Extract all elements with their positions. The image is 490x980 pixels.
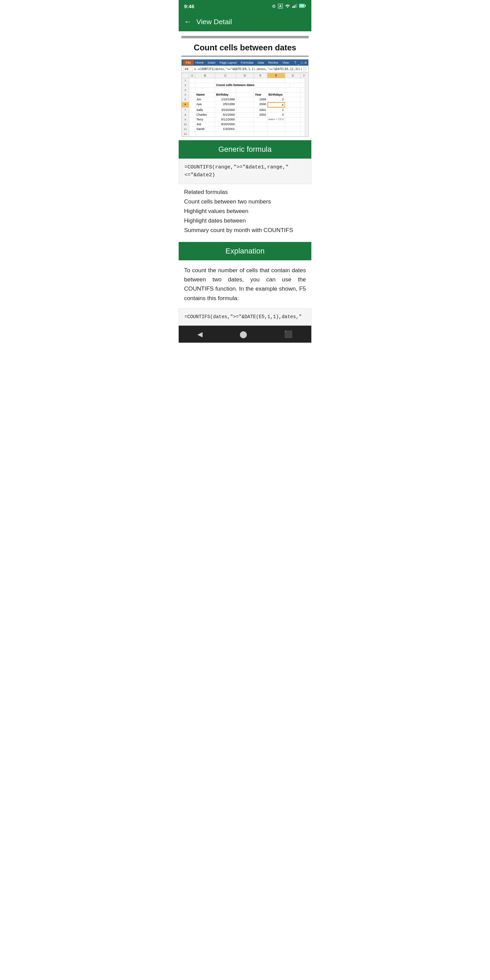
table-row: 4 Name Birthday Year Birthdays (182, 92, 305, 97)
cell-f9: dates = C5:C11 (267, 118, 285, 122)
table-row: 1 (182, 78, 305, 83)
table-row: 7 Sally 3/23/2000 2001 1 (182, 108, 305, 113)
cell-g5 (285, 97, 301, 102)
table-row: 2 Count cells between dates (182, 83, 305, 88)
home-button[interactable]: ⬤ (233, 329, 254, 340)
related-title: Related formulas (184, 189, 306, 196)
data-tab[interactable]: Data (256, 60, 266, 65)
cell-g8 (285, 113, 301, 117)
cell-a12 (189, 132, 195, 136)
row-num-5: 5 (182, 97, 189, 102)
page-title: Count cells between dates (179, 38, 311, 56)
list-item[interactable]: Count cells between two numbers (184, 197, 306, 207)
cell-e5: 1999 (254, 97, 267, 102)
cell-a9 (189, 118, 195, 122)
generic-formula-code: =COUNTIFS(range,">="&date1,range,"<="&da… (179, 159, 311, 184)
cell-c7: 3/23/2000 (215, 108, 236, 112)
cell-h4 (301, 92, 305, 97)
table-row: 3 (182, 88, 305, 92)
cell-a2 (189, 83, 195, 88)
cell-ref: F6 (183, 67, 192, 72)
cell-c8: 5/1/2000 (215, 113, 236, 117)
explanation-code: =COUNTIFS(dates,">="&DATE(E5,1,1),dates,… (179, 308, 311, 326)
cell-a3 (189, 88, 195, 92)
cell-g6 (285, 102, 301, 108)
cell-e7: 2001 (254, 108, 267, 112)
status-time: 9:46 (184, 3, 194, 9)
table-row: 12 (182, 132, 305, 137)
col-g: G (285, 73, 301, 78)
formulas-tab[interactable]: Formulas (239, 60, 256, 65)
cell-b12 (195, 132, 215, 136)
cell-e3 (254, 88, 267, 92)
row-num-6: 6 (182, 102, 189, 108)
cell-f4: Birthdays (267, 92, 285, 97)
scrollbar[interactable] (305, 73, 308, 137)
cell-a6 (189, 102, 195, 108)
cell-b7: Sally (195, 108, 215, 112)
row-num-4: 4 (182, 92, 189, 97)
recent-button[interactable]: ⬛ (277, 329, 299, 340)
row-num-10: 10 (182, 122, 189, 127)
cell-a4 (189, 92, 195, 97)
review-tab[interactable]: Review (266, 60, 280, 65)
formula-bar: F6 fx =COUNTIFS(dates,">="&DATE(E6,1,1),… (182, 66, 308, 73)
close-icon: ✕ (304, 61, 307, 65)
back-button[interactable]: ◀ (191, 329, 209, 340)
cell-e9 (254, 118, 267, 122)
pagelayout-tab[interactable]: Page Layout (218, 60, 239, 65)
explanation-text: To count the number of cells that contai… (179, 260, 311, 305)
cell-f10 (267, 122, 285, 127)
col-d: D (236, 73, 254, 78)
formula-code-text: =COUNTIFS(range,">="&date1,range,"<="&da… (185, 164, 288, 178)
list-item[interactable]: Summary count by month with COUNTIFS (184, 226, 306, 235)
row-num-11: 11 (182, 127, 189, 131)
cell-h9 (301, 118, 305, 122)
cell-d12 (236, 132, 254, 136)
corner-cell (182, 73, 189, 78)
spreadsheet-image: File Home Insert Page Layout Formulas Da… (181, 59, 309, 137)
cell-f3 (267, 88, 285, 92)
cell-h3 (301, 88, 305, 92)
row-num-12: 12 (182, 132, 189, 136)
status-bar: 9:46 ⚙ A (179, 0, 311, 12)
cell-d10 (236, 122, 254, 127)
cell-c1 (215, 78, 236, 83)
cell-a5 (189, 97, 195, 102)
gear-icon: ⚙ (272, 4, 276, 9)
cell-d8 (236, 113, 254, 117)
cell-d9 (236, 118, 254, 122)
cell-b1 (195, 78, 215, 83)
cell-a1 (189, 78, 195, 83)
cell-f6: 4 (267, 102, 285, 108)
view-tab[interactable]: View (280, 60, 291, 65)
cell-f1 (267, 78, 285, 83)
cell-g4 (285, 92, 301, 97)
cell-g10 (285, 122, 301, 127)
cell-g9 (285, 118, 301, 122)
svg-rect-6 (299, 5, 304, 7)
insert-tab[interactable]: Insert (206, 60, 218, 65)
cell-d1 (236, 78, 254, 83)
back-button[interactable]: ← (184, 18, 192, 26)
nav-title: View Detail (196, 18, 232, 26)
cell-f2 (290, 83, 305, 88)
cell-f7: 1 (267, 108, 285, 112)
cell-h10 (301, 122, 305, 127)
home-tab[interactable]: Home (194, 60, 206, 65)
file-tab[interactable]: File (183, 60, 194, 65)
svg-rect-1 (294, 5, 295, 8)
list-item[interactable]: Highlight values between (184, 207, 306, 216)
wifi-icon (285, 4, 290, 9)
svg-rect-5 (305, 5, 306, 6)
list-item[interactable]: Highlight dates between (184, 216, 306, 226)
cell-c5: 1/15/1999 (215, 97, 236, 102)
a-icon: A (278, 4, 283, 8)
restore-icon: □ (301, 61, 303, 65)
cell-a7 (189, 108, 195, 112)
col-a: A (189, 73, 195, 78)
svg-rect-2 (295, 5, 296, 8)
cell-c9: 5/11/2000 (215, 118, 236, 122)
cell-d5 (236, 97, 254, 102)
cell-h11 (301, 127, 305, 131)
